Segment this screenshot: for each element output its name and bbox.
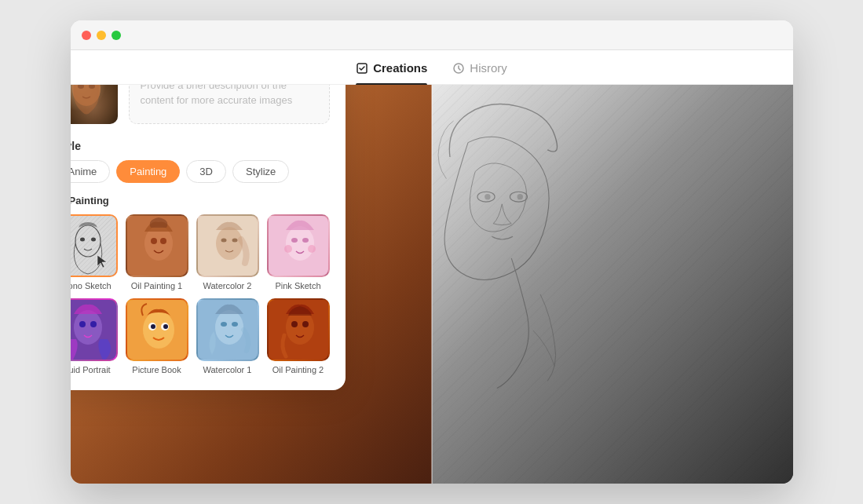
close-dot[interactable] [82,31,91,40]
tab-history[interactable]: Hisrory [452,61,507,84]
svg-point-36 [163,324,168,329]
svg-point-32 [143,311,174,349]
thumbnail-image [71,85,118,124]
svg-point-39 [221,322,227,327]
style-name-oil-painting-2: Oil Painting 2 [272,365,324,374]
image-upload-row: Provide a brief description of the conte… [71,85,330,124]
svg-point-26 [308,245,316,253]
svg-point-23 [291,238,298,243]
svg-point-20 [232,239,237,243]
svg-point-38 [215,310,243,345]
sketch-overlay [432,85,793,484]
svg-point-30 [90,321,97,327]
style-name-fluid-portrait: Fluid Portrait [71,365,111,374]
creations-icon [356,62,368,75]
style-btn-3d[interactable]: 3D [186,160,226,183]
svg-point-15 [151,238,157,244]
upload-thumbnail[interactable] [71,85,118,124]
svg-point-22 [286,226,314,261]
svg-point-29 [79,321,86,327]
svg-point-18 [216,227,243,260]
style-thumb-mono-sketch [71,214,118,277]
style-item-pink-sketch[interactable]: Pink Sketch [267,214,330,290]
history-icon [452,62,465,75]
style-name-pink-sketch: Pink Sketch [275,281,320,290]
divider-line [431,85,433,484]
main-area: Provide a brief description of the conte… [71,85,793,484]
painting-label: Painting [71,195,109,206]
svg-point-40 [232,322,238,327]
svg-point-24 [302,238,309,243]
style-thumb-picture-book [126,298,188,361]
style-label: Style [71,140,330,152]
style-item-picture-book[interactable]: Picture Book [126,298,188,374]
svg-point-25 [284,245,292,253]
cursor-icon [96,254,108,269]
style-btn-painting[interactable]: Painting [116,160,180,183]
svg-point-16 [160,238,166,244]
top-nav: Creations Hisrory [71,50,793,85]
style-thumb-fluid-portrait [71,298,118,361]
svg-point-28 [74,310,102,345]
minimize-dot[interactable] [97,31,106,40]
style-name-watercolor-2: Watercolor 2 [203,281,252,290]
floating-panel: Provide a brief description of the conte… [71,85,346,390]
browser-content: Creations Hisrory [71,50,793,484]
svg-rect-9 [71,216,118,277]
style-thumb-oil-painting-2 [267,298,330,361]
svg-point-43 [291,321,298,327]
style-btn-stylize[interactable]: Stylize [232,160,289,183]
style-name-mono-sketch: Mono Sketch [71,281,112,290]
tab-creations[interactable]: Creations [356,61,427,84]
style-btn-anime[interactable]: Anime [71,160,111,183]
browser-titlebar [71,20,793,50]
style-item-watercolor-1[interactable]: Watercolor 1 [196,298,259,374]
svg-point-19 [221,239,226,243]
style-grid: Mono Sketch [71,214,330,374]
creations-tab-label: Creations [373,61,427,75]
style-item-fluid-portrait[interactable]: Fluid Portrait [71,298,118,374]
style-thumb-oil-painting-1 [126,214,188,277]
placeholder-text: Provide a brief description of the conte… [141,85,318,108]
svg-point-11 [80,238,85,242]
history-tab-label: Hisrory [470,61,507,75]
svg-point-10 [75,225,101,257]
style-item-oil-painting-1[interactable]: Oil Painting 1 [126,214,188,290]
style-section: Style Anime Painting 3D Stylize [71,140,330,183]
svg-point-35 [151,324,155,329]
svg-point-44 [302,321,309,327]
style-thumb-watercolor-1 [196,298,259,361]
style-name-picture-book: Picture Book [132,365,181,374]
style-item-mono-sketch[interactable]: Mono Sketch [71,214,118,290]
style-item-oil-painting-2[interactable]: Oil Painting 2 [267,298,330,374]
style-thumb-watercolor-2 [196,214,259,277]
painting-header: ✦ Painting [71,194,330,206]
style-name-oil-painting-1: Oil Painting 1 [131,281,182,290]
style-name-watercolor-1: Watercolor 1 [203,365,252,374]
style-thumb-pink-sketch [267,214,330,277]
maximize-dot[interactable] [112,31,121,40]
svg-point-12 [91,238,96,242]
style-item-watercolor-2[interactable]: Watercolor 2 [196,214,259,290]
description-input[interactable]: Provide a brief description of the conte… [129,85,330,124]
style-buttons: Anime Painting 3D Stylize [71,160,330,183]
browser-window: Creations Hisrory [71,20,793,484]
